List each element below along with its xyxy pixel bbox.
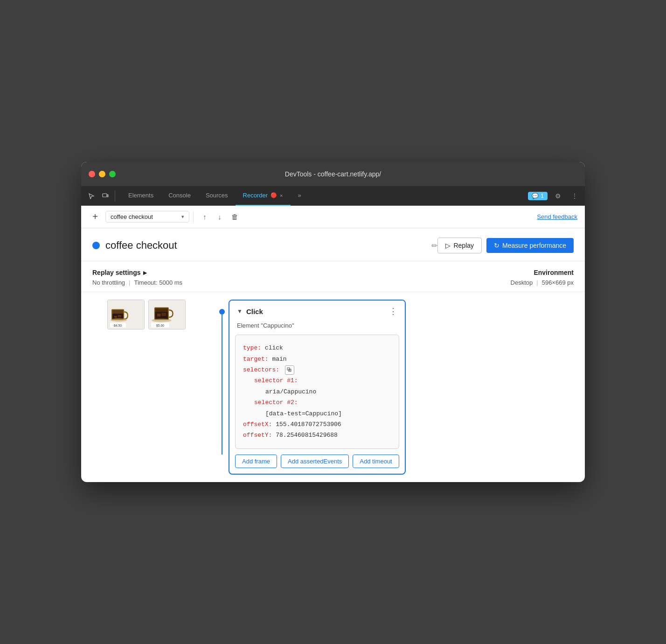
step-dot [219, 309, 225, 315]
code-offsety-key: offsetY: [243, 432, 272, 439]
step-column: ▼ Click ⋮ Element "Cappucino" type: clic… [212, 300, 585, 475]
tab-sources[interactable]: Sources [198, 186, 236, 206]
thumbnail-strip: $4.50 [107, 300, 186, 329]
tab-recorder[interactable]: Recorder 🔴 × [236, 186, 291, 206]
env-divider: | [536, 279, 538, 286]
replay-settings-title[interactable]: Replay settings ▶ [92, 269, 511, 276]
replay-button[interactable]: ▷ Replay [437, 238, 482, 253]
settings-bar: Replay settings ▶ No throttling | Timeou… [81, 261, 585, 292]
code-selectors-key: selectors: [243, 366, 279, 373]
svg-rect-22 [289, 370, 291, 371]
svg-point-8 [111, 318, 127, 322]
step-code-block: type: click target: main selectors: [235, 335, 399, 449]
thumbnail-column: $4.50 [81, 300, 212, 475]
tab-divider [115, 190, 115, 202]
collapse-icon[interactable]: ▼ [237, 308, 243, 315]
export-button[interactable]: ↑ [197, 210, 212, 224]
titlebar: DevTools - coffee-cart.netlify.app/ [81, 162, 585, 186]
device-icon[interactable] [99, 189, 112, 203]
action-buttons: Add frame Add assertedEvents Add timeout [229, 455, 405, 474]
delete-button[interactable]: 🗑 [227, 210, 242, 224]
svg-rect-15 [157, 314, 161, 316]
step-header: ▼ Click ⋮ [229, 301, 405, 322]
tab-close-icon[interactable]: × [280, 193, 283, 198]
code-offsetx-key: offsetX: [243, 421, 272, 428]
environment-values: Desktop | 596×669 px [511, 279, 574, 286]
cursor-icon[interactable] [85, 189, 98, 203]
thumbnail-1: $4.50 [107, 300, 145, 329]
tab-right-actions: 💬 1 ⚙ ⋮ [528, 189, 581, 203]
add-asserted-events-button[interactable]: Add assertedEvents [281, 455, 349, 468]
recording-name: coffee checkout [111, 213, 178, 220]
step-type: Click [246, 308, 389, 315]
send-feedback-link[interactable]: Send feedback [537, 213, 577, 220]
code-type-key: type: [243, 344, 261, 351]
svg-rect-7 [118, 315, 122, 317]
traffic-lights [89, 171, 116, 177]
add-frame-button[interactable]: Add frame [235, 455, 277, 468]
recording-status-dot [92, 242, 100, 249]
tab-console[interactable]: Console [161, 186, 198, 206]
import-button[interactable]: ↓ [212, 210, 227, 224]
selector-inspect-icon[interactable] [285, 365, 294, 375]
settings-divider: | [129, 279, 130, 286]
tabs: Elements Console Sources Recorder 🔴 × » [121, 186, 528, 206]
recording-header: coffee checkout ✏ ▷ Replay ↻ Measure per… [81, 228, 585, 261]
feedback-badge[interactable]: 💬 1 [528, 192, 548, 200]
svg-rect-6 [114, 316, 117, 318]
header-actions: ▷ Replay ↻ Measure performance [437, 238, 574, 253]
settings-left: Replay settings ▶ No throttling | Timeou… [92, 269, 511, 286]
minimize-button[interactable] [99, 171, 105, 177]
code-selector1-key: selector #1: [254, 377, 298, 384]
new-recording-button[interactable]: + [89, 210, 102, 224]
resolution-value: 596×669 px [542, 279, 574, 286]
svg-rect-1 [107, 195, 108, 197]
recording-selector[interactable]: coffee checkout ▾ [105, 211, 189, 223]
throttling-value: No throttling [92, 279, 125, 286]
settings-values: No throttling | Timeout: 5000 ms [92, 279, 511, 286]
code-selector2-val: [data-test=Cappucino] [265, 410, 342, 417]
triangle-right-icon: ▶ [143, 270, 147, 275]
maximize-button[interactable] [109, 171, 116, 177]
chevron-down-icon: ▾ [181, 214, 184, 220]
step-element: Element "Cappucino" [229, 322, 405, 335]
step-menu-button[interactable]: ⋮ [389, 306, 397, 316]
measure-performance-button[interactable]: ↻ Measure performance [486, 238, 574, 253]
settings-icon[interactable]: ⚙ [551, 189, 564, 203]
more-menu-icon[interactable]: ⋮ [568, 189, 581, 203]
thumbnail-2: $5.00 [148, 300, 186, 329]
tab-elements[interactable]: Elements [121, 186, 161, 206]
tabbar: Elements Console Sources Recorder 🔴 × » … [81, 186, 585, 206]
window-title: DevTools - coffee-cart.netlify.app/ [285, 170, 381, 178]
svg-point-17 [152, 319, 172, 322]
devtools-window: DevTools - coffee-cart.netlify.app/ Elem… [81, 162, 585, 482]
recording-title: coffee checkout [105, 239, 428, 252]
code-selector2-key: selector #2: [254, 399, 298, 406]
svg-rect-0 [103, 194, 107, 197]
desktop-value: Desktop [511, 279, 533, 286]
step-card: ▼ Click ⋮ Element "Cappucino" type: clic… [229, 300, 406, 475]
steps-area: $4.50 [81, 292, 585, 482]
chat-icon: 💬 [532, 193, 539, 199]
play-icon: ▷ [445, 242, 451, 249]
svg-text:$4.50: $4.50 [114, 324, 122, 327]
toolbar: + coffee checkout ▾ ↑ ↓ 🗑 Send feedback [81, 206, 585, 228]
svg-text:$5.00: $5.00 [156, 324, 164, 327]
environment-title: Environment [511, 269, 574, 276]
main-content: Replay settings ▶ No throttling | Timeou… [81, 261, 585, 482]
toolbar-divider [193, 211, 194, 223]
edit-icon[interactable]: ✏ [431, 241, 437, 250]
close-button[interactable] [89, 171, 95, 177]
tab-more[interactable]: » [291, 186, 309, 206]
settings-right: Environment Desktop | 596×669 px [511, 269, 574, 286]
code-selector1-val: aria/Cappucino [265, 388, 316, 395]
tab-icons [85, 189, 117, 203]
timeout-value: Timeout: 5000 ms [134, 279, 182, 286]
refresh-icon: ↻ [494, 242, 500, 249]
svg-rect-16 [161, 313, 166, 316]
add-timeout-button[interactable]: Add timeout [353, 455, 399, 468]
code-target-key: target: [243, 356, 269, 363]
